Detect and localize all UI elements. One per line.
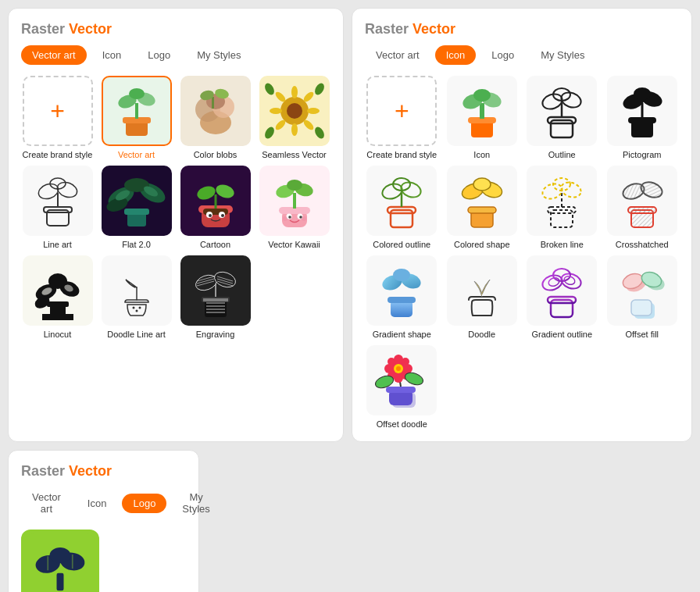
bottom-tab-logo[interactable]: Logo: [122, 494, 166, 513]
svg-rect-152: [386, 387, 416, 393]
left-tab-icon[interactable]: Icon: [91, 45, 133, 65]
right-style-item-offset-doodle[interactable]: Offset doodle: [365, 345, 439, 429]
svg-point-171: [50, 547, 71, 563]
svg-point-139: [541, 273, 565, 293]
style-item-seamless[interactable]: Seamless Vector: [258, 76, 330, 159]
right-style-item-crosshatched[interactable]: Crosshatched: [605, 166, 680, 249]
right-panel-title: Raster Vector: [365, 21, 679, 37]
svg-point-49: [209, 214, 212, 217]
right-style-item-outline[interactable]: Outline: [525, 76, 599, 159]
right-style-label-colored-shape: Colored shape: [454, 240, 510, 249]
style-item-cartoon[interactable]: Cartoon: [179, 166, 252, 249]
left-tab-my-styles[interactable]: My Styles: [186, 45, 252, 65]
style-item-doodle-line[interactable]: Doodle Line art: [100, 255, 173, 339]
offset-doodle-svg: [370, 349, 433, 412]
bottom-style-item-abstract[interactable]: Abstract sign: [21, 530, 99, 592]
svg-rect-168: [57, 573, 64, 591]
left-vector-label: Vector: [69, 21, 112, 37]
right-raster-label: Raster: [365, 21, 409, 37]
colored-outline-svg: [370, 169, 433, 232]
right-style-thumb-colored-outline: [366, 166, 437, 236]
svg-rect-64: [47, 301, 69, 307]
crosshatched-svg: [611, 169, 673, 232]
svg-rect-34: [124, 209, 149, 215]
right-style-item-offset-fill[interactable]: Offset fill: [605, 255, 680, 339]
offset-fill-svg: [611, 259, 673, 322]
right-style-item-gradient-shape[interactable]: Gradient shape: [365, 255, 439, 339]
right-style-thumb-crosshatched: [607, 166, 677, 236]
right-style-item-colored-outline[interactable]: Colored outline: [365, 166, 439, 249]
bottom-tab-vector-art[interactable]: Vector art: [21, 487, 72, 519]
svg-point-58: [302, 216, 306, 221]
left-style-grid: + Create brand style Vector art: [21, 76, 330, 339]
right-style-thumb-create: +: [366, 76, 437, 146]
style-label-line-art: Line art: [43, 240, 72, 249]
right-tab-my-styles[interactable]: My Styles: [530, 45, 595, 65]
svg-point-23: [263, 82, 276, 97]
bottom-vector-label: Vector: [69, 463, 112, 479]
svg-point-159: [388, 358, 395, 366]
left-panel-title: Raster Vector: [21, 21, 330, 37]
style-item-line-art[interactable]: Line art: [21, 166, 94, 249]
right-tab-vector-art[interactable]: Vector art: [365, 45, 430, 65]
right-style-thumb-icon: [447, 76, 517, 146]
svg-point-24: [312, 82, 325, 97]
right-vector-label: Vector: [412, 21, 455, 37]
gradient-outline-svg: [530, 259, 593, 322]
style-label-create: Create brand style: [23, 150, 93, 159]
svg-rect-65: [42, 314, 73, 320]
right-tab-logo[interactable]: Logo: [480, 45, 525, 65]
right-tab-icon[interactable]: Icon: [435, 45, 477, 65]
bottom-tab-my-styles[interactable]: My Styles: [171, 487, 220, 519]
svg-point-142: [548, 276, 561, 287]
right-style-thumb-gradient-outline: [527, 255, 597, 326]
style-item-linocut[interactable]: Linocut: [21, 255, 94, 339]
style-label-seamless: Seamless Vector: [262, 150, 327, 159]
style-thumb-vector-art: [102, 76, 172, 146]
flat20-svg: [105, 169, 168, 232]
style-item-color-blobs[interactable]: Color blobs: [179, 76, 252, 159]
right-style-label-create: Create brand style: [366, 150, 437, 159]
color-blobs-svg: [184, 80, 247, 142]
svg-rect-145: [631, 300, 652, 316]
right-style-item-icon[interactable]: Icon: [445, 76, 520, 159]
svg-rect-129: [628, 207, 656, 213]
line-art-svg: [27, 169, 89, 232]
style-item-engraving[interactable]: Engraving: [179, 255, 252, 339]
svg-point-26: [312, 126, 325, 141]
svg-point-74: [135, 310, 138, 312]
right-style-item-colored-shape[interactable]: Colored shape: [445, 166, 520, 249]
left-tab-logo[interactable]: Logo: [137, 45, 181, 65]
style-thumb-color-blobs: [180, 76, 251, 146]
style-thumb-flat20: [102, 166, 172, 236]
right-style-item-doodle[interactable]: Doodle: [445, 255, 520, 339]
right-tab-bar: Vector art Icon Logo My Styles: [365, 45, 679, 65]
right-style-item-gradient-outline[interactable]: Gradient outline: [525, 255, 599, 339]
right-style-thumb-gradient-shape: [366, 255, 437, 326]
svg-point-25: [263, 126, 276, 141]
right-style-item-pictogram[interactable]: Pictogram: [605, 76, 680, 159]
svg-rect-80: [202, 297, 230, 302]
left-tab-vector-art[interactable]: Vector art: [21, 45, 87, 65]
right-style-thumb-offset-doodle: [366, 345, 437, 415]
style-thumb-create: +: [23, 76, 93, 146]
outline-svg: [530, 80, 593, 142]
bottom-tab-icon[interactable]: Icon: [77, 494, 118, 513]
right-style-label-offset-fill: Offset fill: [625, 330, 659, 339]
broken-line-svg: [530, 169, 593, 232]
svg-point-15: [291, 86, 298, 98]
style-item-kawaii[interactable]: Vector Kawaii: [258, 166, 330, 249]
doodle-line-svg: [105, 259, 168, 322]
right-style-grid: + Create brand style Icon: [365, 76, 679, 429]
bottom-style-thumb-abstract: [21, 530, 99, 592]
right-style-item-broken-line[interactable]: Broken line: [525, 166, 599, 249]
right-style-label-icon: Icon: [473, 150, 490, 159]
style-item-create[interactable]: + Create brand style: [21, 76, 94, 159]
bottom-raster-label: Raster: [21, 463, 65, 479]
right-style-item-create[interactable]: + Create brand style: [365, 76, 439, 159]
svg-point-109: [634, 87, 651, 100]
style-item-vector-art[interactable]: Vector art: [100, 76, 173, 159]
style-item-flat20[interactable]: Flat 2.0: [100, 166, 173, 249]
bottom-panel-title: Raster Vector: [21, 463, 186, 480]
svg-point-30: [36, 181, 60, 201]
